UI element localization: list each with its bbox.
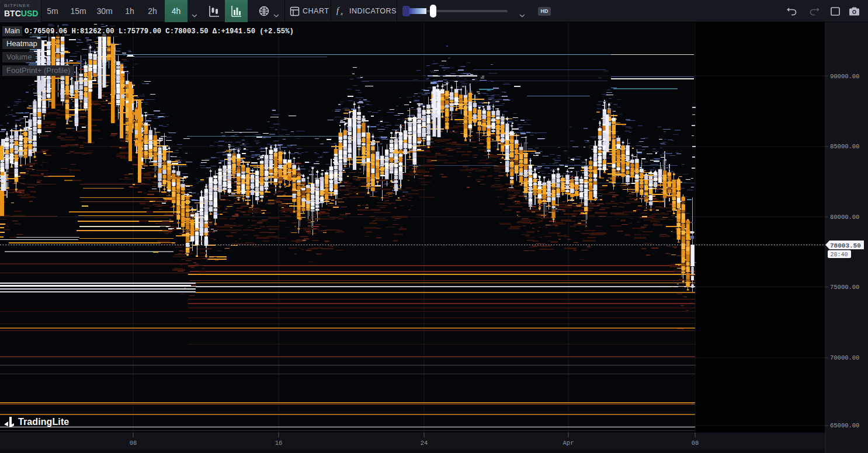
svg-text:90000.00: 90000.00	[830, 73, 859, 80]
svg-text:85000.00: 85000.00	[830, 143, 859, 150]
svg-text:80000.00: 80000.00	[830, 214, 859, 221]
svg-text:08: 08	[692, 440, 699, 447]
svg-text:f: f	[336, 6, 340, 15]
svg-text:Apr: Apr	[563, 440, 574, 447]
svg-text:24: 24	[421, 440, 428, 447]
svg-text:08: 08	[130, 440, 137, 447]
svg-text:16: 16	[275, 440, 283, 447]
svg-text:75000.00: 75000.00	[830, 284, 859, 291]
svg-text:70000.00: 70000.00	[830, 354, 859, 361]
svg-text:x: x	[340, 11, 343, 16]
svg-text:78003.50: 78003.50	[830, 242, 861, 249]
svg-text:28:40: 28:40	[831, 252, 848, 258]
svg-text:65000.00: 65000.00	[830, 422, 859, 429]
